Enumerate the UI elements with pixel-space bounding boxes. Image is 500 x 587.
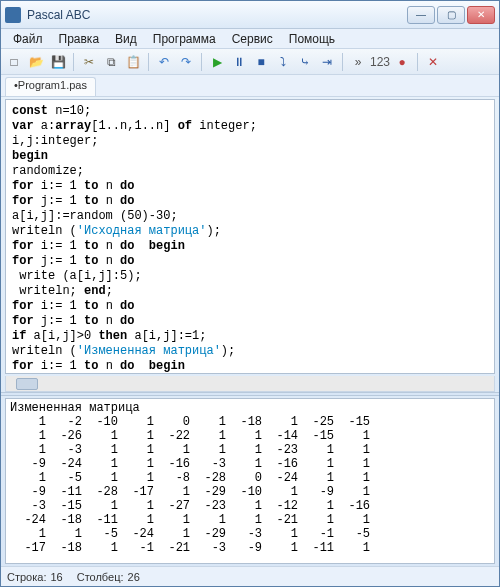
statusbar: Строка: 16 Столбец: 26 — [1, 566, 499, 586]
status-line-value: 16 — [50, 571, 62, 583]
output-row: -9 -11 -28 -17 1 -29 -10 1 -9 1 — [10, 485, 490, 499]
menu-файл[interactable]: Файл — [5, 30, 51, 48]
code-line[interactable]: for i:= 1 to n do — [12, 179, 488, 194]
close-button[interactable]: ✕ — [467, 6, 495, 24]
window-buttons: — ▢ ✕ — [407, 6, 495, 24]
close-panel-icon[interactable]: ✕ — [423, 52, 443, 72]
trace-icon[interactable]: ⇥ — [317, 52, 337, 72]
status-col-label: Столбец: — [77, 571, 124, 583]
status-line: Строка: 16 — [7, 571, 63, 583]
cut-icon[interactable]: ✂ — [79, 52, 99, 72]
code-line[interactable]: write (a[i,j]:5); — [12, 269, 488, 284]
output-row: -24 -18 -11 1 1 1 1 -21 1 1 — [10, 513, 490, 527]
open-file-icon[interactable]: 📂 — [26, 52, 46, 72]
menubar: ФайлПравкаВидПрограммаСервисПомощь — [1, 29, 499, 49]
pause-icon[interactable]: ⏸ — [229, 52, 249, 72]
save-file-icon[interactable]: 💾 — [48, 52, 68, 72]
toolbar-separator — [201, 53, 202, 71]
code-line[interactable]: writeln ('Исходная матрица'); — [12, 224, 488, 239]
undo-icon[interactable]: ↶ — [154, 52, 174, 72]
window-title: Pascal ABC — [27, 8, 407, 22]
code-line[interactable]: for j:= 1 to n do — [12, 254, 488, 269]
step-over-icon[interactable]: ⤵ — [273, 52, 293, 72]
splitter[interactable] — [1, 392, 499, 396]
scrollbar-thumb[interactable] — [16, 378, 38, 390]
code-line[interactable]: writeln ('Измененная матрица'); — [12, 344, 488, 359]
code-editor[interactable]: const n=10;var a:array[1..n,1..n] of int… — [5, 99, 495, 374]
app-icon — [5, 7, 21, 23]
code-line[interactable]: begin — [12, 149, 488, 164]
code-line[interactable]: i,j:integer; — [12, 134, 488, 149]
redo-icon[interactable]: ↷ — [176, 52, 196, 72]
status-column: Столбец: 26 — [77, 571, 140, 583]
step-into-icon[interactable]: ⤷ — [295, 52, 315, 72]
output-row: -17 -18 1 -1 -21 -3 -9 1 -11 1 — [10, 541, 490, 555]
output-panel[interactable]: Измененная матрица 1 -2 -10 1 0 1 -18 1 … — [5, 398, 495, 564]
output-row: 1 -3 1 1 1 1 1 -23 1 1 — [10, 443, 490, 457]
stop-icon[interactable]: ■ — [251, 52, 271, 72]
toolbar-separator — [417, 53, 418, 71]
tabbar: •Program1.pas — [1, 75, 499, 97]
menu-программа[interactable]: Программа — [145, 30, 224, 48]
menu-правка[interactable]: Правка — [51, 30, 108, 48]
code-line[interactable]: const n=10; — [12, 104, 488, 119]
status-col-value: 26 — [128, 571, 140, 583]
code-line[interactable]: a[i,j]:=random (50)-30; — [12, 209, 488, 224]
output-row: 1 -2 -10 1 0 1 -18 1 -25 -15 — [10, 415, 490, 429]
code-line[interactable]: writeln; end; — [12, 284, 488, 299]
code-line[interactable]: for i:= 1 to n do — [12, 299, 488, 314]
toolbar-separator — [73, 53, 74, 71]
output-row: -3 -15 1 1 -27 -23 1 -12 1 -16 — [10, 499, 490, 513]
horizontal-scrollbar[interactable] — [5, 376, 495, 392]
paste-icon[interactable]: 📋 — [123, 52, 143, 72]
output-header: Измененная матрица — [10, 401, 490, 415]
toolbar: □📂💾✂⧉📋↶↷▶⏸■⤵⤷⇥»123●✕ — [1, 49, 499, 75]
app-window: Pascal ABC — ▢ ✕ ФайлПравкаВидПрограммаС… — [0, 0, 500, 587]
run-icon[interactable]: ▶ — [207, 52, 227, 72]
code-line[interactable]: randomize; — [12, 164, 488, 179]
goto-icon[interactable]: 123 — [370, 52, 390, 72]
code-line[interactable]: for i:= 1 to n do begin — [12, 239, 488, 254]
new-file-icon[interactable]: □ — [4, 52, 24, 72]
code-line[interactable]: for j:= 1 to n do — [12, 194, 488, 209]
copy-icon[interactable]: ⧉ — [101, 52, 121, 72]
code-line[interactable]: if a[i,j]>0 then a[i,j]:=1; — [12, 329, 488, 344]
find-icon[interactable]: » — [348, 52, 368, 72]
titlebar: Pascal ABC — ▢ ✕ — [1, 1, 499, 29]
tab-program1[interactable]: •Program1.pas — [5, 77, 96, 96]
breakpoint-icon[interactable]: ● — [392, 52, 412, 72]
status-line-label: Строка: — [7, 571, 46, 583]
code-line[interactable]: for j:= 1 to n do — [12, 314, 488, 329]
toolbar-separator — [148, 53, 149, 71]
minimize-button[interactable]: — — [407, 6, 435, 24]
menu-сервис[interactable]: Сервис — [224, 30, 281, 48]
maximize-button[interactable]: ▢ — [437, 6, 465, 24]
output-row: 1 -26 1 1 -22 1 1 -14 -15 1 — [10, 429, 490, 443]
output-row: -9 -24 1 1 -16 -3 1 -16 1 1 — [10, 457, 490, 471]
menu-помощь[interactable]: Помощь — [281, 30, 343, 48]
code-line[interactable]: var a:array[1..n,1..n] of integer; — [12, 119, 488, 134]
menu-вид[interactable]: Вид — [107, 30, 145, 48]
toolbar-separator — [342, 53, 343, 71]
code-line[interactable]: for i:= 1 to n do begin — [12, 359, 488, 374]
output-row: 1 -5 1 1 -8 -28 0 -24 1 1 — [10, 471, 490, 485]
output-row: 1 1 -5 -24 1 -29 -3 1 -1 -5 — [10, 527, 490, 541]
